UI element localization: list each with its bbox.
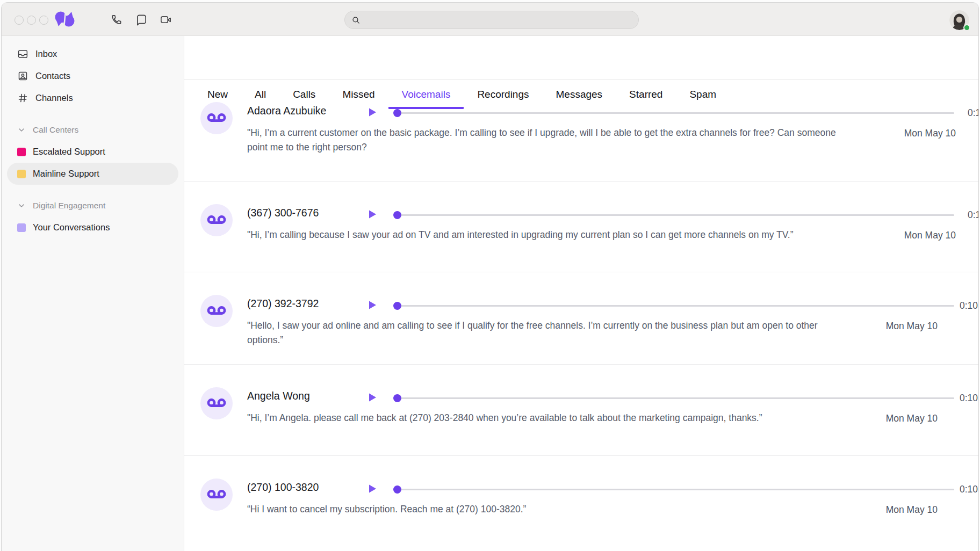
app-window: Inbox Contacts Channels bbox=[1, 2, 979, 551]
duration-label: 0:10 bbox=[968, 208, 978, 221]
sidebar-item-channels[interactable]: Channels bbox=[2, 87, 184, 109]
voicemail-list-pane: NewAllCallsMissedVoicemailsRecordingsMes… bbox=[184, 36, 978, 551]
tab-voicemails[interactable]: Voicemails bbox=[402, 89, 451, 100]
play-button[interactable] bbox=[367, 107, 378, 118]
play-icon bbox=[367, 300, 378, 310]
duration-label: 0:10 bbox=[960, 483, 978, 496]
tab-all[interactable]: All bbox=[255, 89, 266, 100]
voicemail-row[interactable]: (270) 100-3820 0:10 “Hi I want to cancel… bbox=[184, 456, 978, 551]
phone-icon[interactable] bbox=[110, 13, 122, 26]
hash-icon bbox=[17, 92, 28, 104]
channel-label: Mainline Support bbox=[33, 169, 99, 179]
play-button[interactable] bbox=[367, 483, 378, 494]
dialpad-logo-icon bbox=[53, 10, 77, 29]
slider-handle[interactable] bbox=[393, 394, 401, 402]
title-bar bbox=[2, 3, 978, 36]
channel-label: Escalated Support bbox=[33, 147, 105, 157]
tab-starred[interactable]: Starred bbox=[629, 89, 662, 100]
inbox-icon bbox=[17, 48, 28, 60]
slider-handle[interactable] bbox=[393, 485, 401, 494]
play-icon bbox=[367, 107, 378, 118]
playback-slider[interactable] bbox=[390, 299, 962, 312]
voicemail-icon bbox=[207, 305, 226, 317]
date-label: Mon May 10 bbox=[886, 411, 938, 425]
filter-tabs: NewAllCallsMissedVoicemailsRecordingsMes… bbox=[184, 79, 978, 108]
channel-color-swatch bbox=[17, 223, 26, 232]
sidebar-item-label: Channels bbox=[35, 93, 73, 103]
tab-calls[interactable]: Calls bbox=[293, 89, 315, 100]
caller-name: (270) 100-3820 bbox=[247, 481, 319, 494]
tab-messages[interactable]: Messages bbox=[556, 89, 603, 100]
chevron-down-icon bbox=[17, 201, 26, 210]
voicemail-row[interactable]: Angela Wong 0:10 "Hi, I’m Angela. please… bbox=[184, 365, 978, 456]
slider-track bbox=[397, 397, 954, 399]
chat-icon[interactable] bbox=[135, 13, 148, 26]
transcript-text: "Hi, I’m Angela. please call me back at … bbox=[247, 411, 848, 425]
voicemail-row[interactable]: (367) 300-7676 0:10 "Hi, I’m calling bec… bbox=[184, 182, 978, 272]
voicemail-icon bbox=[207, 112, 226, 125]
chevron-down-icon bbox=[17, 126, 26, 134]
contacts-icon bbox=[17, 70, 28, 82]
tab-recordings[interactable]: Recordings bbox=[477, 89, 529, 100]
slider-track bbox=[397, 214, 954, 216]
duration-label: 0:10 bbox=[960, 299, 978, 312]
channel-item[interactable]: Escalated Support bbox=[7, 141, 178, 163]
window-zoom-button[interactable] bbox=[39, 16, 48, 25]
user-avatar[interactable] bbox=[949, 10, 969, 30]
voicemail-row[interactable]: (270) 392-3792 0:10 "Hello, I saw your a… bbox=[184, 272, 978, 365]
play-button[interactable] bbox=[367, 209, 378, 220]
date-label: Mon May 10 bbox=[886, 503, 938, 517]
transcript-text: "Hi, I’m calling because I saw your ad o… bbox=[247, 228, 848, 242]
online-status-dot bbox=[963, 24, 970, 31]
window-close-button[interactable] bbox=[15, 16, 24, 25]
slider-track bbox=[397, 112, 954, 114]
voicemail-avatar bbox=[200, 204, 233, 236]
voicemail-icon bbox=[207, 397, 226, 410]
channel-color-swatch bbox=[17, 148, 26, 156]
slider-handle[interactable] bbox=[393, 302, 401, 310]
section-call-centers[interactable]: Call Centers bbox=[2, 119, 184, 141]
transcript-text: "Hello, I saw your ad online and am call… bbox=[247, 318, 848, 347]
channel-item[interactable]: Mainline Support bbox=[7, 163, 178, 185]
play-icon bbox=[367, 392, 378, 403]
channel-label: Your Conversations bbox=[33, 222, 110, 233]
sidebar-item-contacts[interactable]: Contacts bbox=[2, 65, 184, 87]
slider-track bbox=[397, 305, 954, 307]
voicemail-avatar bbox=[200, 479, 233, 511]
play-button[interactable] bbox=[367, 392, 378, 403]
section-digital-engagement[interactable]: Digital Engagement bbox=[2, 195, 184, 216]
tab-new[interactable]: New bbox=[207, 89, 228, 100]
playback-slider[interactable] bbox=[390, 392, 962, 404]
section-label: Digital Engagement bbox=[33, 201, 105, 211]
section-label: Call Centers bbox=[33, 125, 78, 135]
voicemail-avatar bbox=[200, 295, 233, 327]
video-icon[interactable] bbox=[160, 13, 172, 26]
play-button[interactable] bbox=[367, 300, 378, 310]
window-controls bbox=[15, 16, 48, 25]
window-minimize-button[interactable] bbox=[27, 16, 36, 25]
date-label: Mon May 10 bbox=[886, 319, 938, 333]
voicemail-avatar bbox=[200, 387, 233, 419]
voicemail-icon bbox=[207, 488, 226, 501]
search-input[interactable] bbox=[365, 11, 638, 28]
voicemail-icon bbox=[207, 214, 226, 227]
tab-spam[interactable]: Spam bbox=[689, 89, 716, 100]
sidebar-item-label: Inbox bbox=[35, 49, 57, 59]
global-search[interactable] bbox=[344, 11, 639, 29]
slider-handle[interactable] bbox=[393, 211, 401, 219]
play-icon bbox=[367, 209, 378, 220]
sidebar-item-inbox[interactable]: Inbox bbox=[2, 43, 184, 65]
date-label: Mon May 10 bbox=[904, 228, 956, 242]
slider-handle[interactable] bbox=[393, 109, 401, 117]
slider-track bbox=[397, 489, 954, 490]
date-label: Mon May 10 bbox=[904, 126, 956, 140]
caller-name: (270) 392-3792 bbox=[247, 298, 319, 310]
playback-slider[interactable] bbox=[390, 483, 962, 496]
channel-item[interactable]: Your Conversations bbox=[7, 216, 178, 238]
playback-slider[interactable] bbox=[390, 208, 962, 221]
sidebar-item-label: Contacts bbox=[35, 71, 70, 81]
voicemail-list: Adaora Azubuike 0:10 "Hi, I’m a current … bbox=[184, 79, 978, 551]
tab-missed[interactable]: Missed bbox=[342, 89, 374, 100]
play-icon bbox=[367, 483, 378, 494]
channel-color-swatch bbox=[17, 170, 26, 178]
